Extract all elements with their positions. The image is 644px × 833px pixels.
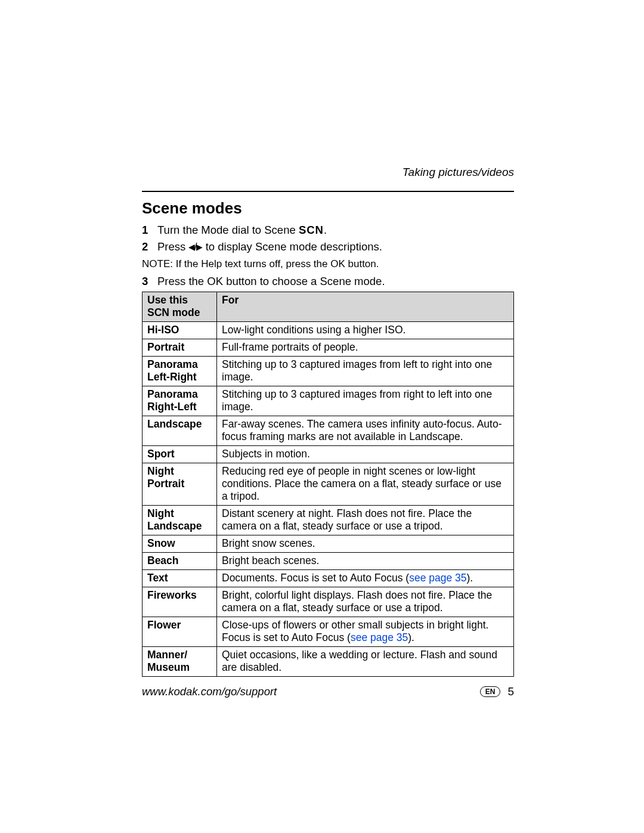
mode-line-1: Night bbox=[147, 507, 212, 520]
description-cell: Distant scenery at night. Flash does not… bbox=[217, 505, 514, 535]
description-cell: Quiet occasions, like a wedding or lectu… bbox=[217, 646, 514, 676]
description-cell: Far-away scenes. The camera uses infinit… bbox=[217, 416, 514, 445]
mode-line-1: Panorama bbox=[147, 358, 212, 371]
section-title: Scene modes bbox=[142, 199, 514, 218]
mode-line-2: Portrait bbox=[147, 478, 212, 490]
description-cell: Subjects in motion. bbox=[217, 445, 514, 463]
steps-list: 1 Turn the Mode dial to Scene SCN. 2 Pre… bbox=[142, 222, 514, 255]
description-text: Far-away scenes. The camera uses infinit… bbox=[222, 418, 501, 442]
scene-mode-table: Use this SCN mode For Hi-ISOLow-light co… bbox=[142, 292, 514, 677]
mode-cell: Beach bbox=[143, 552, 217, 569]
note-text: If the Help text turns off, press the OK… bbox=[176, 258, 379, 270]
mode-cell: Text bbox=[143, 569, 217, 587]
mode-cell: Landscape bbox=[143, 416, 217, 445]
mode-line-2: Right-Left bbox=[147, 401, 212, 413]
mode-cell: Sport bbox=[143, 445, 217, 463]
step-number: 1 bbox=[142, 222, 150, 238]
col-header-mode-l2: SCN mode bbox=[147, 306, 212, 319]
description-text: Bright beach scenes. bbox=[222, 555, 319, 566]
note-label: NOTE: bbox=[142, 258, 176, 270]
mode-cell: PanoramaRight-Left bbox=[143, 386, 217, 416]
table-row: TextDocuments. Focus is set to Auto Focu… bbox=[143, 569, 514, 587]
mode-line-1: Text bbox=[147, 572, 212, 584]
step-text: Press the OK button to choose a Scene mo… bbox=[157, 274, 385, 289]
manual-page: Taking pictures/videos Scene modes 1 Tur… bbox=[0, 0, 644, 833]
description-text: Distant scenery at night. Flash does not… bbox=[222, 507, 472, 532]
table-row: PortraitFull-frame portraits of people. bbox=[143, 339, 514, 356]
col-header-mode: Use this SCN mode bbox=[143, 292, 217, 321]
description-text: Stitching up to 3 captured images from r… bbox=[222, 388, 492, 413]
mode-cell: NightLandscape bbox=[143, 505, 217, 535]
scn-icon: SCN bbox=[299, 224, 324, 236]
step-number: 3 bbox=[142, 274, 150, 289]
step-2: 2 Press ◀/▶ to display Scene mode descri… bbox=[142, 239, 514, 255]
description-cell: Documents. Focus is set to Auto Focus (s… bbox=[217, 569, 514, 587]
note: NOTE: If the Help text turns off, press … bbox=[142, 258, 514, 270]
mode-cell: Flower bbox=[143, 617, 217, 646]
mode-line-2: Museum bbox=[147, 661, 212, 674]
mode-line-1: Landscape bbox=[147, 418, 212, 431]
mode-cell: Hi-ISO bbox=[143, 321, 217, 339]
description-text: Stitching up to 3 captured images from l… bbox=[222, 358, 492, 383]
description-text: Low-light conditions using a higher ISO. bbox=[222, 324, 405, 336]
header-rule bbox=[142, 191, 514, 192]
mode-cell: PanoramaLeft-Right bbox=[143, 356, 217, 386]
page-reference-link[interactable]: see page 35 bbox=[409, 572, 466, 584]
col-header-for: For bbox=[217, 292, 514, 321]
table-row: LandscapeFar-away scenes. The camera use… bbox=[143, 416, 514, 445]
mode-line-1: Portrait bbox=[147, 341, 212, 354]
table-row: Manner/MuseumQuiet occasions, like a wed… bbox=[143, 646, 514, 676]
description-cell: Close-ups of flowers or other small subj… bbox=[217, 617, 514, 646]
description-cell: Bright beach scenes. bbox=[217, 552, 514, 569]
mode-line-1: Panorama bbox=[147, 388, 212, 401]
step-text: Turn the Mode dial to Scene SCN. bbox=[157, 222, 327, 238]
description-text-b: ). bbox=[467, 572, 473, 584]
mode-line-2: Left-Right bbox=[147, 371, 212, 383]
table-header-row: Use this SCN mode For bbox=[143, 292, 514, 321]
step-3: 3 Press the OK button to choose a Scene … bbox=[142, 274, 514, 289]
steps-list-cont: 3 Press the OK button to choose a Scene … bbox=[142, 274, 514, 289]
description-text: Reducing red eye of people in night scen… bbox=[222, 465, 501, 502]
mode-cell: Manner/Museum bbox=[143, 646, 217, 676]
mode-line-1: Sport bbox=[147, 448, 212, 460]
mode-line-1: Beach bbox=[147, 555, 212, 567]
mode-line-1: Night bbox=[147, 465, 212, 478]
language-pill: EN bbox=[480, 686, 501, 697]
triangle-right-icon: ▶ bbox=[196, 241, 203, 253]
description-cell: Stitching up to 3 captured images from r… bbox=[217, 386, 514, 416]
step-1: 1 Turn the Mode dial to Scene SCN. bbox=[142, 222, 514, 238]
support-url[interactable]: www.kodak.com/go/support bbox=[142, 685, 277, 698]
mode-cell: Portrait bbox=[143, 339, 217, 356]
description-cell: Full-frame portraits of people. bbox=[217, 339, 514, 356]
step-number: 2 bbox=[142, 239, 150, 255]
mode-line-1: Snow bbox=[147, 537, 212, 550]
page-number: 5 bbox=[507, 685, 514, 698]
description-cell: Bright snow scenes. bbox=[217, 535, 514, 552]
table-row: SportSubjects in motion. bbox=[143, 445, 514, 463]
table-row: PanoramaRight-LeftStitching up to 3 capt… bbox=[143, 386, 514, 416]
description-text: Bright, colorful light displays. Flash d… bbox=[222, 589, 492, 614]
table-row: NightPortraitReducing red eye of people … bbox=[143, 463, 514, 505]
table-row: Hi-ISOLow-light conditions using a highe… bbox=[143, 321, 514, 339]
page-reference-link[interactable]: see page 35 bbox=[351, 631, 408, 643]
language-page-indicator: EN 5 bbox=[480, 685, 514, 698]
description-cell: Bright, colorful light displays. Flash d… bbox=[217, 587, 514, 617]
table-row: FlowerClose-ups of flowers or other smal… bbox=[143, 617, 514, 646]
page-footer: www.kodak.com/go/support EN 5 bbox=[142, 685, 514, 698]
running-head: Taking pictures/videos bbox=[142, 166, 514, 182]
description-cell: Stitching up to 3 captured images from l… bbox=[217, 356, 514, 386]
mode-cell: Fireworks bbox=[143, 587, 217, 617]
description-cell: Reducing red eye of people in night scen… bbox=[217, 463, 514, 505]
description-text-b: ). bbox=[408, 631, 414, 643]
description-text: Bright snow scenes. bbox=[222, 537, 315, 549]
mode-line-1: Hi-ISO bbox=[147, 324, 212, 336]
mode-line-1: Flower bbox=[147, 619, 212, 631]
description-cell: Low-light conditions using a higher ISO. bbox=[217, 321, 514, 339]
step-2-text-b: to display Scene mode descriptions. bbox=[203, 240, 382, 253]
step-2-text-a: Press bbox=[157, 240, 188, 253]
mode-cell: Snow bbox=[143, 535, 217, 552]
table-row: PanoramaLeft-RightStitching up to 3 capt… bbox=[143, 356, 514, 386]
table-row: BeachBright beach scenes. bbox=[143, 552, 514, 569]
description-text: Full-frame portraits of people. bbox=[222, 341, 358, 353]
step-text: Press ◀/▶ to display Scene mode descript… bbox=[157, 239, 382, 255]
